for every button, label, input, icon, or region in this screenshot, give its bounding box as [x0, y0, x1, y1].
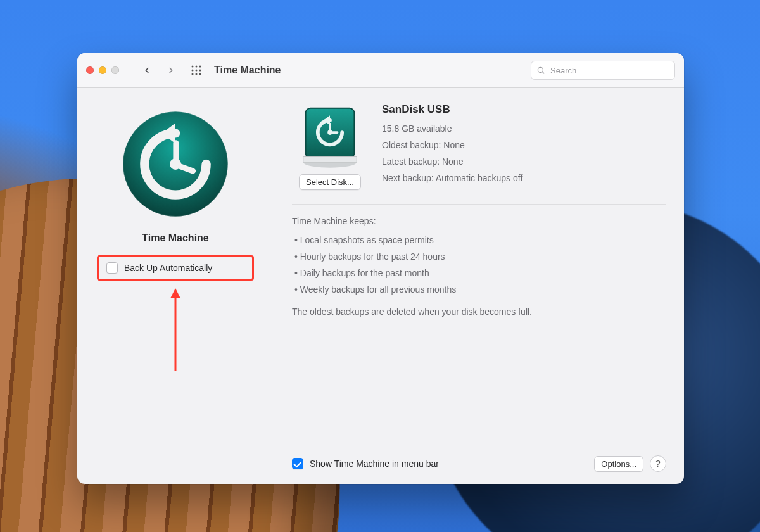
help-icon: ?	[656, 459, 661, 469]
svg-point-2	[200, 66, 201, 68]
search-icon	[536, 66, 545, 75]
zoom-button[interactable]	[111, 66, 119, 74]
annotation-highlight: Back Up Automatically	[97, 255, 254, 281]
svg-point-9	[538, 67, 543, 72]
disk-row: Select Disk... SanDisk USB 15.8 GB avail…	[292, 103, 666, 205]
svg-rect-15	[173, 140, 179, 166]
help-button[interactable]: ?	[650, 455, 666, 472]
annotation-arrow	[174, 288, 177, 370]
grid-icon	[191, 65, 202, 76]
preferences-window: Time Machine	[77, 53, 684, 484]
select-disk-button[interactable]: Select Disk...	[299, 174, 361, 190]
svg-point-7	[196, 73, 198, 75]
svg-point-6	[192, 73, 194, 75]
disk-available: 15.8 GB available	[382, 121, 666, 137]
backup-automatically-checkbox[interactable]	[106, 262, 118, 274]
chevron-left-icon	[142, 66, 151, 75]
left-pane: Time Machine Back Up Automatically	[77, 88, 274, 484]
backup-automatically-label: Back Up Automatically	[124, 263, 212, 273]
keeps-item: Local snapshots as space permits	[292, 232, 666, 249]
disk-latest-backup: Latest backup: None	[382, 154, 666, 170]
show-in-menubar-checkbox[interactable]	[292, 458, 303, 469]
bottom-row: Show Time Machine in menu bar Options...…	[292, 446, 666, 472]
svg-point-0	[192, 66, 194, 68]
app-name-label: Time Machine	[89, 232, 262, 244]
backup-disk-icon	[300, 103, 360, 168]
options-button[interactable]: Options...	[594, 456, 643, 472]
svg-point-8	[200, 73, 201, 75]
svg-rect-23	[303, 156, 357, 162]
disk-info: SanDisk USB 15.8 GB available Oldest bac…	[382, 103, 666, 190]
window-title: Time Machine	[214, 65, 281, 76]
minimize-button[interactable]	[99, 66, 106, 74]
keeps-item: Daily backups for the past month	[292, 265, 666, 282]
chevron-right-icon	[167, 66, 175, 75]
keeps-item: Hourly backups for the past 24 hours	[292, 249, 666, 265]
window-body: Time Machine Back Up Automatically	[77, 88, 684, 484]
close-button[interactable]	[86, 66, 94, 74]
search-input[interactable]	[549, 65, 669, 76]
keeps-list: Local snapshots as space permits Hourly …	[292, 232, 666, 298]
window-titlebar: Time Machine	[77, 53, 684, 88]
show-in-menubar-label: Show Time Machine in menu bar	[310, 459, 439, 469]
svg-point-4	[196, 70, 198, 72]
svg-point-3	[192, 70, 194, 72]
keeps-tail: The oldest backups are deleted when your…	[292, 305, 666, 319]
keeps-item: Weekly backups for all previous months	[292, 282, 666, 298]
disk-name: SanDisk USB	[382, 103, 666, 116]
keeps-section: Time Machine keeps: Local snapshots as s…	[292, 216, 666, 319]
svg-rect-21	[330, 131, 338, 134]
right-pane: Select Disk... SanDisk USB 15.8 GB avail…	[274, 88, 684, 484]
svg-point-5	[200, 70, 201, 72]
svg-point-1	[196, 66, 198, 68]
desktop-wallpaper: Time Machine	[0, 0, 760, 532]
forward-button[interactable]	[162, 61, 180, 79]
disk-oldest-backup: Oldest backup: None	[382, 137, 666, 154]
svg-line-10	[543, 72, 545, 74]
show-all-button[interactable]	[187, 61, 205, 79]
traffic-lights	[86, 66, 119, 74]
time-machine-icon	[118, 107, 232, 221]
search-field[interactable]	[531, 61, 675, 80]
disk-column: Select Disk...	[292, 103, 368, 190]
keeps-lead: Time Machine keeps:	[292, 216, 666, 226]
back-button[interactable]	[138, 61, 156, 79]
disk-next-backup: Next backup: Automatic backups off	[382, 170, 666, 187]
